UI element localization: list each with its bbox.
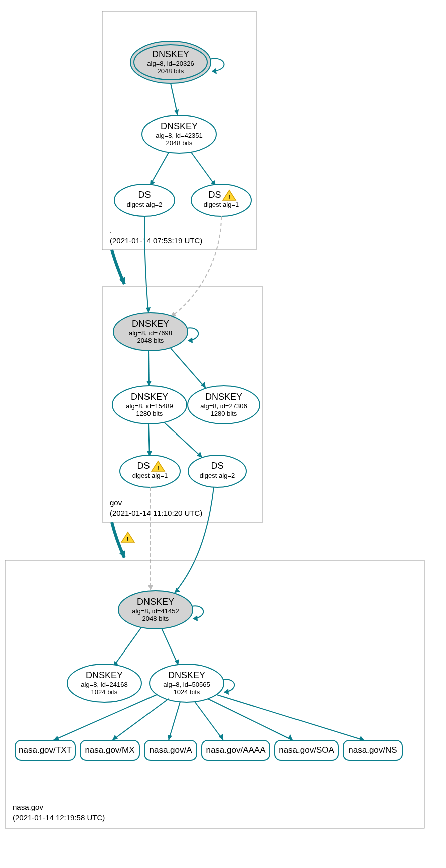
svg-text:DNSKEY: DNSKEY (131, 392, 168, 402)
svg-text:DNSKEY: DNSKEY (137, 597, 174, 607)
svg-text:DS: DS (211, 461, 223, 471)
svg-text:nasa.gov/A: nasa.gov/A (149, 745, 192, 755)
svg-text:DS: DS (138, 190, 151, 200)
svg-text:1024 bits: 1024 bits (91, 688, 118, 696)
svg-text:DNSKEY: DNSKEY (168, 670, 205, 680)
svg-text:2048 bits: 2048 bits (158, 67, 184, 75)
dnssec-chain-diagram: . (2021-01-14 07:53:19 UTC) DNSKEY alg=8… (0, 0, 446, 868)
svg-text:DNSKEY: DNSKEY (152, 49, 189, 59)
zone-nasa-time: (2021-01-14 12:19:58 UTC) (13, 813, 105, 822)
node-root-ds-alg1 (191, 184, 251, 216)
svg-marker-59 (288, 734, 293, 740)
svg-text:digest alg=2: digest alg=2 (127, 201, 162, 208)
svg-text:DNSKEY: DNSKEY (86, 670, 123, 680)
svg-text:DNSKEY: DNSKEY (205, 392, 242, 402)
svg-text:1024 bits: 1024 bits (174, 688, 200, 696)
svg-text:!: ! (228, 193, 230, 201)
zone-nasa-label: nasa.gov (13, 803, 43, 811)
svg-marker-56 (112, 735, 118, 740)
node-gov-ds-alg1 (120, 455, 180, 487)
svg-text:nasa.gov/AAAA: nasa.gov/AAAA (206, 745, 266, 755)
svg-text:1280 bits: 1280 bits (136, 410, 163, 417)
svg-marker-54 (224, 689, 229, 695)
svg-text:nasa.gov/MX: nasa.gov/MX (85, 745, 134, 755)
svg-text:2048 bits: 2048 bits (142, 615, 169, 622)
svg-text:DNSKEY: DNSKEY (132, 319, 169, 329)
svg-text:2048 bits: 2048 bits (166, 139, 193, 147)
svg-marker-4 (212, 68, 217, 74)
svg-text:digest alg=2: digest alg=2 (200, 472, 235, 479)
svg-text:nasa.gov/TXT: nasa.gov/TXT (19, 745, 72, 755)
svg-text:nasa.gov/NS: nasa.gov/NS (348, 745, 397, 755)
svg-text:alg=8, id=42351: alg=8, id=42351 (156, 132, 202, 139)
svg-text:digest alg=1: digest alg=1 (204, 201, 239, 208)
zone-gov-label: gov (110, 498, 122, 507)
svg-text:!: ! (127, 535, 129, 543)
svg-text:DS: DS (208, 190, 221, 200)
svg-text:alg=8, id=15489: alg=8, id=15489 (126, 402, 173, 410)
svg-text:1280 bits: 1280 bits (211, 410, 237, 417)
svg-text:digest alg=1: digest alg=1 (132, 472, 168, 479)
svg-text:alg=8, id=20326: alg=8, id=20326 (147, 60, 194, 67)
svg-text:alg=8, id=24168: alg=8, id=24168 (81, 681, 127, 688)
svg-marker-5 (174, 109, 179, 115)
svg-text:2048 bits: 2048 bits (137, 337, 164, 344)
node-root-ds-alg2 (114, 184, 175, 216)
node-gov-ds-alg2 (188, 455, 246, 487)
zone-root-time: (2021-01-14 07:53:19 UTC) (110, 236, 202, 245)
zone-root-label: . (110, 226, 112, 234)
svg-marker-22 (188, 337, 193, 343)
svg-text:DNSKEY: DNSKEY (161, 121, 198, 131)
svg-text:alg=8, id=41452: alg=8, id=41452 (132, 607, 179, 615)
svg-marker-40 (148, 585, 153, 590)
svg-marker-45 (193, 615, 198, 621)
svg-text:alg=8, id=50565: alg=8, id=50565 (163, 681, 210, 688)
svg-text:alg=8, id=27306: alg=8, id=27306 (200, 402, 247, 410)
svg-marker-23 (146, 381, 152, 386)
svg-text:nasa.gov/SOA: nasa.gov/SOA (279, 745, 334, 755)
svg-marker-32 (197, 452, 202, 458)
zone-gov-time: (2021-01-14 11:10:20 UTC) (110, 509, 202, 517)
svg-text:alg=8, id=7698: alg=8, id=7698 (129, 329, 172, 337)
svg-text:DS: DS (137, 461, 150, 471)
svg-marker-17 (146, 307, 151, 313)
svg-marker-57 (168, 735, 172, 740)
svg-text:!: ! (157, 464, 159, 472)
warning-icon: ! (121, 532, 134, 543)
